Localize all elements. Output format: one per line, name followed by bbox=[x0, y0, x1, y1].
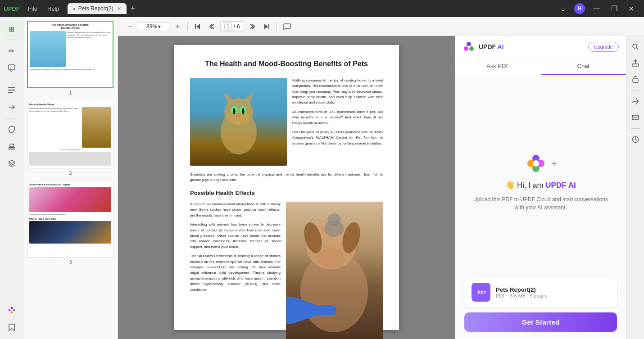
thumb-img-3: A Key Phase in the History of Tourism Lo… bbox=[27, 181, 113, 258]
svg-rect-1 bbox=[8, 87, 15, 88]
edit-icon[interactable]: ✏ bbox=[4, 43, 20, 59]
pdf-card-icon: PDF bbox=[472, 283, 490, 302]
user-avatar[interactable]: H bbox=[574, 3, 585, 14]
layers-icon[interactable] bbox=[4, 155, 20, 172]
thumb-img-2: Possible Health Effects Research on huma… bbox=[27, 101, 113, 168]
blue-arrow bbox=[286, 297, 340, 325]
zoom-in-btn[interactable]: + bbox=[171, 20, 184, 33]
svg-point-34 bbox=[467, 45, 470, 48]
thumbnail-1[interactable]: The Health and Mood-BoostingBenefits of … bbox=[27, 21, 114, 95]
page-display: 1 / 6 bbox=[220, 21, 244, 32]
svg-rect-12 bbox=[268, 24, 269, 29]
svg-text:PDF: PDF bbox=[478, 290, 486, 295]
zoom-display: 89% ▾ bbox=[138, 22, 169, 31]
svg-line-43 bbox=[636, 48, 638, 50]
svg-point-20 bbox=[242, 108, 244, 114]
left-sidebar: ⊞ ✏ bbox=[0, 17, 23, 339]
get-started-button[interactable]: Get Started bbox=[464, 312, 617, 332]
svg-rect-45 bbox=[633, 79, 638, 82]
thumbnail-panel: The Health and Mood-BoostingBenefits of … bbox=[23, 17, 118, 339]
svg-rect-44 bbox=[632, 64, 639, 66]
tab-dot: ● bbox=[73, 6, 76, 11]
thumb-img-1: The Health and Mood-BoostingBenefits of … bbox=[27, 21, 113, 88]
thumb-label-2: 2 bbox=[27, 170, 114, 176]
svg-point-10 bbox=[10, 312, 13, 314]
ai-header: UPDF AI Upgrade bbox=[455, 36, 626, 58]
ai-content: + 👋 Hi, I am UPDF AI Upload this PDF to … bbox=[455, 75, 626, 339]
lock-icon[interactable] bbox=[628, 72, 643, 86]
pdf-card-name: Pets Report(2) bbox=[496, 286, 610, 293]
svg-rect-2 bbox=[8, 90, 15, 90]
history-icon[interactable] bbox=[628, 132, 643, 147]
total-pages: 6 bbox=[237, 23, 240, 30]
pdf-card: PDF Pets Report(2) PDF · 3.6 MB · 6 page… bbox=[464, 277, 617, 307]
pdf-body-text: Research on human-animal interactions is… bbox=[190, 202, 281, 339]
zoom-out-btn[interactable]: − bbox=[123, 20, 136, 33]
current-page[interactable]: 1 bbox=[224, 23, 232, 31]
upgrade-button[interactable]: Upgrade bbox=[588, 42, 619, 52]
toolbar: − 89% ▾ + 1 / 6 bbox=[118, 17, 644, 36]
prev-section-btn[interactable] bbox=[206, 20, 218, 33]
minimize-btn[interactable]: — bbox=[590, 3, 603, 14]
pdf-full-text: Scientists are looking at what the poten… bbox=[190, 172, 383, 183]
next-section-btn[interactable] bbox=[246, 20, 259, 33]
svg-rect-11 bbox=[195, 24, 196, 29]
title-bar: UPDF File Help ● Pets Report(2) ✕ + ⌄ H … bbox=[0, 0, 644, 17]
chevron-down-icon[interactable]: ⌄ bbox=[558, 3, 569, 15]
stamp-icon[interactable] bbox=[4, 138, 20, 154]
zoom-dropdown-icon[interactable]: ▾ bbox=[158, 23, 161, 30]
chat-tab[interactable]: Chat bbox=[541, 58, 626, 75]
export-icon[interactable] bbox=[628, 56, 643, 70]
svg-rect-3 bbox=[8, 92, 13, 93]
share-icon[interactable] bbox=[628, 94, 643, 108]
fr-divider-2 bbox=[631, 128, 640, 129]
zoom-level: 89% bbox=[146, 23, 157, 30]
svg-point-14 bbox=[224, 98, 253, 125]
thumbnail-3[interactable]: A Key Phase in the History of Tourism Lo… bbox=[27, 181, 114, 265]
protect-icon[interactable] bbox=[4, 121, 20, 137]
view-icon[interactable] bbox=[4, 82, 20, 98]
help-menu[interactable]: Help bbox=[43, 4, 64, 14]
toolbar-divider-2 bbox=[277, 22, 277, 31]
ask-pdf-tab[interactable]: Ask PDF bbox=[455, 58, 541, 75]
comment-btn[interactable] bbox=[281, 20, 293, 33]
far-right-toolbar bbox=[626, 36, 644, 339]
ai-flower-icon bbox=[524, 152, 548, 175]
svg-point-19 bbox=[233, 108, 235, 114]
pdf-card-meta: PDF · 3.6 MB · 6 pages bbox=[496, 293, 610, 298]
toolbar-divider-1 bbox=[187, 22, 188, 31]
pdf-intro-section: Nothing compares to the joy of coming ho… bbox=[190, 78, 383, 166]
close-btn[interactable]: ✕ bbox=[626, 3, 637, 15]
pdf-title: The Health and Mood-Boosting Benefits of… bbox=[190, 59, 383, 69]
annotate-icon[interactable] bbox=[4, 60, 20, 76]
active-tab[interactable]: ● Pets Report(2) ✕ bbox=[68, 3, 127, 14]
svg-rect-0 bbox=[9, 65, 15, 70]
pdf-intro-text: Nothing compares to the joy of coming ho… bbox=[292, 78, 383, 166]
svg-point-9 bbox=[13, 309, 15, 312]
pdf-viewer: The Health and Mood-Boosting Benefits of… bbox=[118, 36, 455, 339]
menu-bar: File Help bbox=[23, 4, 64, 14]
last-page-btn[interactable] bbox=[260, 20, 273, 33]
add-tab-btn[interactable]: + bbox=[127, 3, 138, 14]
pages-icon[interactable]: ⊞ bbox=[4, 21, 20, 37]
svg-rect-46 bbox=[632, 115, 639, 120]
convert-icon[interactable] bbox=[4, 99, 20, 115]
svg-point-7 bbox=[8, 309, 10, 312]
svg-rect-6 bbox=[8, 149, 15, 149]
thumbnail-2[interactable]: Possible Health Effects Research on huma… bbox=[27, 101, 114, 176]
first-page-btn[interactable] bbox=[191, 20, 204, 33]
svg-point-42 bbox=[633, 44, 637, 48]
ai-subtitle: Upload this PDF to UPDF Cloud and start … bbox=[473, 195, 608, 212]
ai-welcome-area: + 👋 Hi, I am UPDF AI Upload this PDF to … bbox=[473, 86, 608, 277]
ai-sidebar-icon[interactable] bbox=[4, 302, 20, 318]
ai-title: UPDF AI bbox=[479, 43, 503, 50]
search-right-icon[interactable] bbox=[628, 40, 643, 54]
tab-title: Pets Report(2) bbox=[78, 5, 113, 12]
window-controls: ⌄ H — ❐ ✕ bbox=[558, 3, 640, 15]
file-menu[interactable]: File bbox=[23, 4, 42, 14]
bookmark-icon[interactable] bbox=[4, 319, 20, 335]
mail-icon[interactable] bbox=[628, 110, 643, 125]
ai-icon-row: + bbox=[524, 152, 557, 175]
tab-close-btn[interactable]: ✕ bbox=[117, 6, 121, 12]
maximize-btn[interactable]: ❐ bbox=[608, 3, 620, 15]
